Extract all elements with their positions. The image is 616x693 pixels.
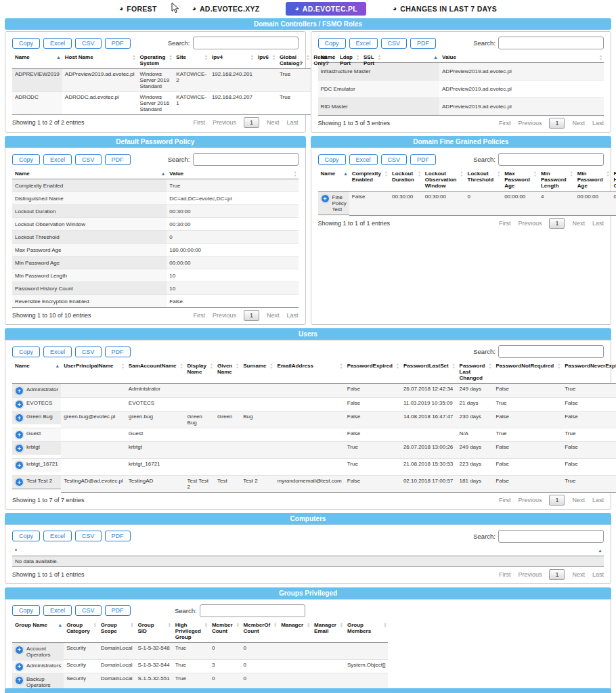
column-header[interactable]: UserPrincipalName▲▼: [61, 361, 126, 384]
tab-ad-evotec-xyz[interactable]: ◕ AD.EVOTEC.XYZ: [183, 2, 269, 16]
pagination-first[interactable]: First: [193, 312, 205, 319]
pdf-button[interactable]: PDF: [105, 154, 131, 165]
csv-button[interactable]: CSV: [381, 154, 408, 165]
pagination-last[interactable]: Last: [592, 571, 604, 578]
column-header[interactable]: Lockout Observation Window▲▼: [422, 169, 465, 192]
column-header[interactable]: *▲: [12, 545, 604, 556]
column-header[interactable]: Min Password Length▲▼: [538, 169, 575, 192]
column-header[interactable]: Name▲: [12, 169, 167, 179]
column-header[interactable]: Operating System▲▼: [137, 52, 174, 69]
excel-button[interactable]: Excel: [43, 38, 72, 49]
csv-button[interactable]: CSV: [75, 38, 102, 49]
pagination-next[interactable]: Next: [572, 571, 585, 578]
column-header[interactable]: Group Members▲▼: [345, 620, 388, 643]
pagination-last[interactable]: Last: [286, 312, 298, 319]
excel-button[interactable]: Excel: [43, 154, 72, 165]
column-header[interactable]: Value▲▼: [167, 169, 298, 179]
pagination-next[interactable]: Next: [267, 119, 280, 126]
pagination-previous[interactable]: Previous: [213, 119, 236, 126]
pagination-first[interactable]: First: [499, 120, 511, 127]
pagination-next[interactable]: Next: [267, 312, 280, 319]
search-input[interactable]: [193, 37, 299, 49]
pdf-button[interactable]: PDF: [410, 38, 436, 49]
column-header[interactable]: PasswordLastSet▲▼: [401, 361, 457, 384]
pagination-page-1[interactable]: 1: [549, 495, 565, 506]
pagination-first[interactable]: First: [499, 220, 511, 227]
column-header[interactable]: Password Last Changed▲▼: [457, 361, 493, 384]
search-input[interactable]: [200, 604, 305, 617]
column-header[interactable]: Site▲▼: [173, 52, 209, 69]
column-header[interactable]: Max Password Age▲▼: [502, 169, 538, 192]
expand-row-icon[interactable]: +: [321, 194, 330, 203]
csv-button[interactable]: CSV: [75, 154, 102, 165]
expand-row-icon[interactable]: +: [15, 461, 24, 470]
pdf-button[interactable]: PDF: [105, 531, 131, 541]
column-header[interactable]: High Privileged Group▲▼: [173, 620, 209, 643]
column-header[interactable]: Group Scope▲▼: [98, 620, 135, 643]
column-header[interactable]: Name▲: [318, 169, 349, 192]
pagination-first[interactable]: First: [499, 571, 511, 578]
column-header[interactable]: Lockout Duration▲▼: [389, 169, 422, 192]
search-input[interactable]: [193, 153, 299, 166]
expand-row-icon[interactable]: +: [15, 663, 24, 671]
excel-button[interactable]: Excel: [43, 605, 72, 616]
expand-row-icon[interactable]: +: [15, 444, 24, 453]
tab-ad-evotec-pl[interactable]: ◕ AD.EVOTEC.PL: [286, 2, 366, 16]
pagination-last[interactable]: Last: [592, 220, 604, 227]
column-header[interactable]: Group SID▲▼: [135, 620, 173, 643]
pagination-previous[interactable]: Previous: [518, 220, 542, 227]
column-header[interactable]: Name▲: [12, 361, 61, 384]
pdf-button[interactable]: PDF: [105, 346, 131, 357]
column-header[interactable]: PasswordNotRequired▲▼: [493, 361, 562, 384]
tab-changes-last-7-days[interactable]: ◕ CHANGES IN LAST 7 DAYS: [384, 2, 506, 16]
column-header[interactable]: Member Count▲▼: [209, 620, 241, 643]
search-input[interactable]: [498, 530, 604, 543]
pdf-button[interactable]: PDF: [410, 154, 436, 165]
column-header[interactable]: Complexity Enabled▲▼: [349, 169, 389, 192]
copy-button[interactable]: Copy: [318, 154, 346, 165]
copy-button[interactable]: Copy: [12, 38, 40, 49]
pagination-last[interactable]: Last: [592, 120, 604, 127]
column-header[interactable]: Value▲▼: [439, 52, 604, 63]
column-header[interactable]: Lockout Threshold▲▼: [465, 169, 502, 192]
pagination-page-1[interactable]: 1: [549, 569, 565, 580]
column-header[interactable]: Manager Email▲▼: [311, 620, 345, 643]
pagination-previous[interactable]: Previous: [518, 497, 542, 504]
pagination-previous[interactable]: Previous: [518, 120, 542, 127]
expand-row-icon[interactable]: +: [15, 676, 24, 685]
pagination-previous[interactable]: Previous: [213, 312, 236, 319]
column-header[interactable]: EmailAddress▲▼: [274, 361, 344, 384]
column-header[interactable]: Group Category▲▼: [64, 620, 98, 643]
column-header[interactable]: Display Name▲▼: [185, 361, 215, 384]
column-header[interactable]: Name▲: [318, 52, 440, 63]
pagination-first[interactable]: First: [499, 497, 511, 504]
excel-button[interactable]: Excel: [349, 154, 378, 165]
pagination-first[interactable]: First: [193, 119, 205, 126]
copy-button[interactable]: Copy: [318, 38, 346, 49]
csv-button[interactable]: CSV: [75, 346, 102, 357]
search-input[interactable]: [498, 37, 604, 49]
expand-row-icon[interactable]: +: [15, 646, 24, 654]
copy-button[interactable]: Copy: [12, 346, 40, 357]
csv-button[interactable]: CSV: [75, 605, 102, 616]
csv-button[interactable]: CSV: [381, 38, 408, 49]
pagination-next[interactable]: Next: [572, 120, 585, 127]
expand-row-icon[interactable]: +: [15, 430, 24, 439]
column-header[interactable]: Host Name▲▼: [62, 52, 137, 69]
pdf-button[interactable]: PDF: [105, 38, 131, 49]
expand-row-icon[interactable]: +: [15, 386, 24, 395]
pagination-page-1[interactable]: 1: [244, 310, 259, 321]
column-header[interactable]: PasswordExpired▲▼: [345, 361, 401, 384]
csv-button[interactable]: CSV: [75, 531, 102, 541]
pagination-last[interactable]: Last: [592, 497, 604, 504]
column-header[interactable]: PasswordNeverExpires▲▼: [562, 361, 616, 384]
column-header[interactable]: Manager▲▼: [278, 620, 311, 643]
pagination-next[interactable]: Next: [572, 220, 585, 227]
pagination-previous[interactable]: Previous: [518, 571, 542, 578]
search-input[interactable]: [498, 153, 604, 166]
copy-button[interactable]: Copy: [12, 154, 40, 165]
column-header[interactable]: Group Name▲: [12, 620, 64, 643]
pagination-page-1[interactable]: 1: [549, 218, 565, 229]
excel-button[interactable]: Excel: [43, 531, 72, 541]
tab-forest[interactable]: ◕ FOREST: [110, 2, 166, 16]
